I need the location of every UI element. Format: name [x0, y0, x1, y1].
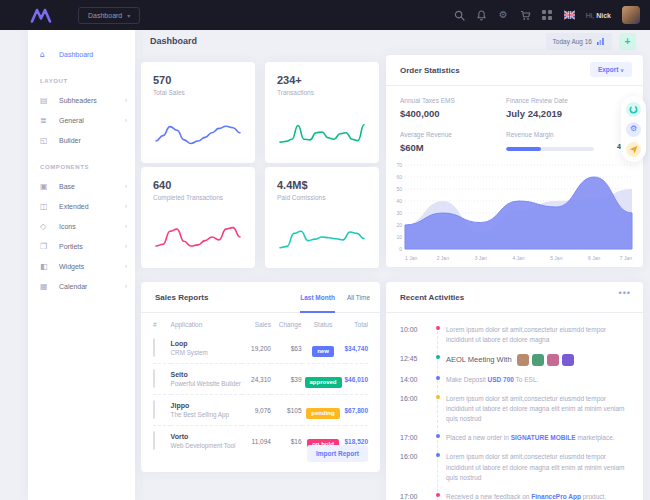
app-description: The Best Selling App: [171, 411, 243, 418]
sidebar: ⌂ Dashboard LAYOUT ▤ Subheaders › ≣ Gene…: [28, 30, 135, 500]
svg-text:6 Jan: 6 Jan: [588, 255, 600, 261]
row-checkbox[interactable]: [153, 400, 155, 419]
card-title: Sales Reports: [155, 293, 208, 302]
sales-reports-table: # Application Sales Change Status Total …: [153, 315, 368, 456]
sidebar-item-base[interactable]: ▣ Base ›: [28, 176, 135, 196]
sparkline-chart: [154, 216, 242, 258]
svg-text:7 Jan: 7 Jan: [620, 255, 632, 261]
quick-send-button[interactable]: [626, 142, 641, 157]
stat-label: Transactions: [277, 89, 367, 96]
search-icon[interactable]: [454, 10, 465, 21]
app-name[interactable]: Vorto: [171, 433, 243, 440]
activity-dot: [436, 355, 440, 359]
stat-value: 570: [153, 74, 243, 86]
stat-value: 234+: [277, 74, 367, 86]
sidebar-item-portlets[interactable]: ❐ Portlets ›: [28, 236, 135, 256]
table-row: Loop CRM System 19,200 $63 new $34,740: [153, 333, 368, 364]
brand-logo-icon[interactable]: [30, 8, 52, 23]
sidebar-section-components: COMPONENTS: [28, 150, 135, 176]
user-name: Nick: [596, 12, 611, 19]
apps-grid-icon[interactable]: [542, 10, 553, 21]
quick-settings-button[interactable]: ⚙: [626, 122, 641, 137]
cart-icon[interactable]: [520, 10, 531, 21]
paper-plane-icon: [629, 145, 638, 154]
stat-value: 4.4M$: [277, 179, 367, 191]
change-cell: $63: [271, 333, 302, 364]
tab-last-month[interactable]: Last Month: [300, 282, 335, 313]
avatar[interactable]: [517, 354, 529, 366]
activity-item: 12:45 AEOL Meeting With: [400, 354, 631, 366]
sidebar-item-widgets[interactable]: ◧ Widgets ›: [28, 256, 135, 276]
gear-icon[interactable]: ⚙: [498, 10, 509, 21]
app-name[interactable]: Jippo: [171, 402, 243, 409]
activity-item: 14:00 Make Deposit USD 700 To ESL.: [400, 375, 631, 385]
svg-text:30: 30: [396, 210, 402, 216]
stat-card-total-sales[interactable]: 570 Total Sales: [141, 62, 255, 163]
activity-text: Lorem ipsum dolor sit amit,consectetur e…: [446, 452, 631, 482]
add-button[interactable]: +: [619, 33, 636, 50]
stat-label: Annual Taxes EMS: [400, 97, 455, 104]
stat-label: Paid Comissions: [277, 194, 367, 201]
status-badge: approved: [305, 377, 342, 388]
quick-chat-button[interactable]: [626, 102, 641, 117]
widgets-icon: ◧: [40, 262, 52, 271]
stat-value: $400,000: [400, 108, 440, 119]
user-avatar[interactable]: [622, 6, 640, 24]
sidebar-item-calendar[interactable]: ▦ Calendar ›: [28, 276, 135, 296]
sidebar-item-builder[interactable]: ◱ Builder: [28, 130, 135, 150]
sidebar-item-extended[interactable]: ◫ Extended ›: [28, 196, 135, 216]
stat-card-completed-transactions[interactable]: 640 Completed Transactions: [141, 167, 255, 268]
sidebar-item-general[interactable]: ≣ General ›: [28, 110, 135, 130]
sparkline-chart: [278, 111, 366, 153]
avatar[interactable]: [547, 354, 559, 366]
row-checkbox[interactable]: [153, 431, 155, 450]
calendar-icon: ▦: [40, 282, 52, 291]
card-title: Recent Activities: [400, 293, 464, 302]
stat-label: Average Revenue: [400, 131, 452, 138]
status-badge: new: [312, 346, 334, 357]
stat-value: 640: [153, 179, 243, 191]
svg-text:20: 20: [396, 222, 402, 228]
svg-text:70: 70: [396, 162, 402, 168]
sidebar-item-icons[interactable]: ◇ Icons ›: [28, 216, 135, 236]
chart-flag-icon: [596, 37, 605, 46]
bell-icon[interactable]: [476, 10, 487, 21]
avatar[interactable]: [532, 354, 544, 366]
chevron-right-icon: ›: [125, 97, 127, 104]
date-filter-button[interactable]: Today Aug 16: [546, 33, 612, 50]
home-icon: ⌂: [40, 50, 52, 59]
topbar-dropdown-label: Dashboard: [88, 12, 122, 19]
sparkline-chart: [154, 111, 242, 153]
row-checkbox[interactable]: [153, 369, 155, 388]
column-header: Sales: [242, 315, 270, 333]
app-name[interactable]: Loop: [171, 340, 243, 347]
activity-dot: [436, 395, 440, 399]
uk-flag-icon[interactable]: [564, 10, 575, 21]
topbar-dashboard-dropdown[interactable]: Dashboard ▾: [78, 7, 140, 24]
meeting-label: AEOL Meeting With: [446, 354, 627, 366]
svg-text:1 Jan: 1 Jan: [405, 255, 417, 261]
column-header: #: [153, 315, 171, 333]
stat-label: Total Sales: [153, 89, 243, 96]
stat-card-paid-comissions[interactable]: 4.4M$ Paid Comissions: [265, 167, 379, 268]
total-cell: $34,740: [345, 333, 369, 364]
table-row: Jippo The Best Selling App 9,076 $105 pe…: [153, 395, 368, 426]
card-title: Order Statistics: [400, 66, 460, 75]
sales-cell: 24,310: [242, 364, 270, 395]
avatar[interactable]: [562, 354, 574, 366]
sidebar-item-dashboard[interactable]: ⌂ Dashboard: [28, 44, 135, 64]
activity-dot: [436, 376, 440, 380]
row-checkbox[interactable]: [153, 338, 155, 357]
more-options-icon[interactable]: •••: [619, 288, 631, 298]
sidebar-item-subheaders[interactable]: ▤ Subheaders ›: [28, 90, 135, 110]
app-name[interactable]: Seito: [171, 371, 243, 378]
app-description: Powerful Website Builder: [171, 380, 243, 387]
import-report-button[interactable]: Import Report: [307, 445, 368, 462]
sales-cell: 11,094: [242, 426, 270, 457]
export-button[interactable]: Export ∨: [590, 62, 632, 77]
stat-card-transactions[interactable]: 234+ Transactions: [265, 62, 379, 163]
tab-all-time[interactable]: All Time: [347, 282, 370, 313]
status-badge: pending: [306, 408, 339, 419]
chevron-right-icon: ›: [125, 223, 127, 230]
activity-text: Lorem ipsum dolor sit amit,consectetur e…: [446, 394, 631, 424]
